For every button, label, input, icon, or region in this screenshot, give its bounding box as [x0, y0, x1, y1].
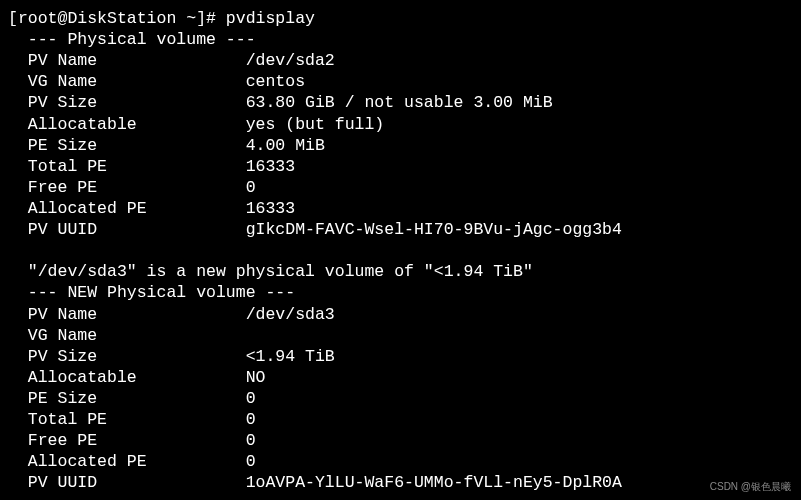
- pv2-name: PV Name /dev/sda3: [8, 304, 793, 325]
- field-label: Free PE: [8, 178, 246, 197]
- field-label: PV UUID: [8, 473, 246, 492]
- section-header: --- NEW Physical volume ---: [8, 282, 793, 303]
- section-header: --- Physical volume ---: [8, 29, 793, 50]
- pv2-size: PV Size <1.94 TiB: [8, 346, 793, 367]
- blank-line: [8, 240, 793, 261]
- field-value: 0: [246, 178, 256, 197]
- shell-prompt: [root@DiskStation ~]#: [8, 9, 226, 28]
- field-value: 1oAVPA-YlLU-WaF6-UMMo-fVLl-nEy5-DplR0A: [246, 473, 622, 492]
- field-value: 0: [246, 389, 256, 408]
- field-label: PE Size: [8, 389, 246, 408]
- pv1-alloc: Allocatable yes (but full): [8, 114, 793, 135]
- prompt-line: [root@DiskStation ~]# pvdisplay: [8, 8, 793, 29]
- field-value: 63.80 GiB / not usable 3.00 MiB: [246, 93, 553, 112]
- field-value: 0: [246, 431, 256, 450]
- field-value: 4.00 MiB: [246, 136, 325, 155]
- field-label: VG Name: [8, 326, 246, 345]
- field-value: NO: [246, 368, 266, 387]
- pv1-name: PV Name /dev/sda2: [8, 50, 793, 71]
- pv1-total: Total PE 16333: [8, 156, 793, 177]
- field-value: 0: [246, 452, 256, 471]
- pv2-allocpe: Allocated PE 0: [8, 451, 793, 472]
- field-value: gIkcDM-FAVC-Wsel-HI70-9BVu-jAgc-ogg3b4: [246, 220, 622, 239]
- field-value: <1.94 TiB: [246, 347, 335, 366]
- pv2-uuid: PV UUID 1oAVPA-YlLU-WaF6-UMMo-fVLl-nEy5-…: [8, 472, 793, 493]
- field-label: Allocated PE: [8, 452, 246, 471]
- pv2-vg: VG Name: [8, 325, 793, 346]
- field-label: PV UUID: [8, 220, 246, 239]
- new-pv-notice: "/dev/sda3" is a new physical volume of …: [8, 261, 793, 282]
- pv1-allocpe: Allocated PE 16333: [8, 198, 793, 219]
- field-value: yes (but full): [246, 115, 385, 134]
- field-label: PV Name: [8, 51, 246, 70]
- field-label: Allocated PE: [8, 199, 246, 218]
- field-label: Total PE: [8, 410, 246, 429]
- pv1-vg: VG Name centos: [8, 71, 793, 92]
- pv1-pesize: PE Size 4.00 MiB: [8, 135, 793, 156]
- field-value: 16333: [246, 199, 296, 218]
- watermark-text: CSDN @银色晨曦: [710, 481, 791, 494]
- field-label: PV Size: [8, 347, 246, 366]
- field-value: /dev/sda3: [246, 305, 335, 324]
- pv2-free: Free PE 0: [8, 430, 793, 451]
- field-label: Allocatable: [8, 368, 246, 387]
- field-label: Total PE: [8, 157, 246, 176]
- field-label: PV Name: [8, 305, 246, 324]
- pv2-total: Total PE 0: [8, 409, 793, 430]
- field-value: /dev/sda2: [246, 51, 335, 70]
- field-value: 0: [246, 410, 256, 429]
- command-text: pvdisplay: [226, 9, 315, 28]
- field-value: 16333: [246, 157, 296, 176]
- pv1-size: PV Size 63.80 GiB / not usable 3.00 MiB: [8, 92, 793, 113]
- field-label: PE Size: [8, 136, 246, 155]
- field-label: Allocatable: [8, 115, 246, 134]
- field-value: centos: [246, 72, 305, 91]
- pv2-alloc: Allocatable NO: [8, 367, 793, 388]
- pv1-free: Free PE 0: [8, 177, 793, 198]
- pv2-pesize: PE Size 0: [8, 388, 793, 409]
- field-label: PV Size: [8, 93, 246, 112]
- field-label: VG Name: [8, 72, 246, 91]
- pv1-uuid: PV UUID gIkcDM-FAVC-Wsel-HI70-9BVu-jAgc-…: [8, 219, 793, 240]
- field-label: Free PE: [8, 431, 246, 450]
